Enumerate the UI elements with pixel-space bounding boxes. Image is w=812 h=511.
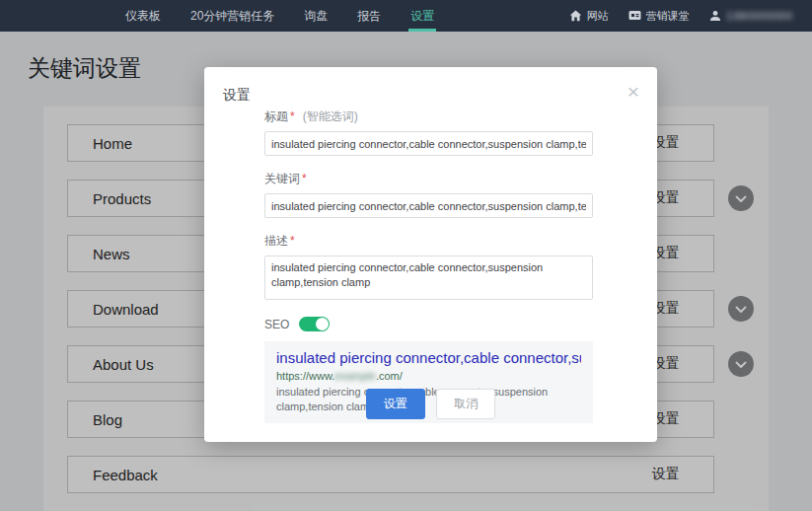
- board-icon: [628, 10, 641, 22]
- confirm-button[interactable]: 设置: [366, 389, 425, 419]
- smart-word-hint: (智能选词): [303, 110, 358, 123]
- topbar: 仪表板 20分钟营销任务 询盘 报告 设置 网站 营销课堂 1380000000…: [0, 0, 812, 32]
- website-label: 网站: [587, 9, 609, 24]
- keywords-label-text: 关键词: [264, 172, 300, 185]
- preview-title: insulated piercing connector,cable conne…: [276, 349, 581, 368]
- required-mark: *: [290, 110, 295, 123]
- nav-inquiries[interactable]: 询盘: [289, 0, 342, 32]
- seo-row: SEO: [264, 317, 593, 331]
- preview-url: https://www.example.com/: [276, 370, 581, 382]
- keywords-input[interactable]: [264, 193, 593, 218]
- title-input[interactable]: [264, 131, 593, 156]
- marketing-classroom-label: 营销课堂: [646, 9, 690, 24]
- modal-body: 标题*(智能选词) 关键词* 描述* insulated piercing co…: [264, 109, 593, 423]
- required-mark: *: [290, 234, 295, 248]
- nav-settings[interactable]: 设置: [396, 0, 449, 32]
- website-link[interactable]: 网站: [559, 0, 619, 32]
- account-phone: 13800000000: [726, 10, 792, 22]
- required-mark: *: [302, 172, 307, 185]
- modal-footer: 设置 取消: [204, 389, 657, 419]
- title-field-label: 标题*(智能选词): [264, 109, 593, 125]
- home-icon: [569, 10, 582, 22]
- main-nav: 仪表板 20分钟营销任务 询盘 报告 设置: [111, 0, 449, 32]
- nav-marketing-tasks[interactable]: 20分钟营销任务: [176, 0, 289, 32]
- settings-modal: 设置 × 标题*(智能选词) 关键词* 描述* insulated pierci…: [204, 67, 657, 442]
- modal-title: 设置: [223, 87, 251, 105]
- url-domain-masked: example: [334, 370, 376, 382]
- close-icon[interactable]: ×: [627, 81, 639, 102]
- nav-reports[interactable]: 报告: [342, 0, 396, 32]
- url-prefix: https://www.: [276, 370, 334, 382]
- account-menu[interactable]: 13800000000: [700, 0, 802, 32]
- nav-dashboard[interactable]: 仪表板: [111, 0, 176, 32]
- description-label-text: 描述: [264, 234, 288, 248]
- keywords-field-label: 关键词*: [264, 171, 593, 187]
- user-icon: [709, 10, 721, 22]
- topbar-right: 网站 营销课堂 13800000000: [559, 0, 812, 32]
- marketing-classroom-link[interactable]: 营销课堂: [619, 0, 700, 32]
- url-suffix: .com/: [376, 370, 403, 382]
- toggle-knob: [316, 318, 329, 330]
- title-label-text: 标题: [264, 110, 288, 123]
- description-textarea[interactable]: insulated piercing connector,cable conne…: [264, 256, 593, 300]
- seo-toggle[interactable]: [299, 317, 330, 331]
- description-field-label: 描述*: [264, 233, 593, 250]
- cancel-button[interactable]: 取消: [436, 389, 495, 419]
- seo-label: SEO: [264, 318, 289, 331]
